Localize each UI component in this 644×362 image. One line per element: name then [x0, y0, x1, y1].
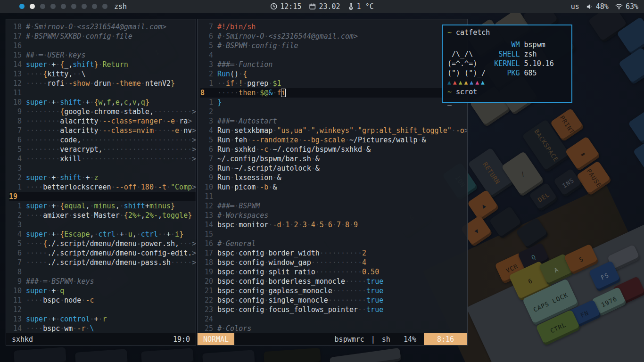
clock-icon: [270, 3, 277, 10]
vim-statusline-right: NORMAL bspwmrc | sh 14% 8:16: [198, 333, 467, 345]
line-number: 5: [9, 239, 22, 248]
line-number: 6: [200, 145, 213, 154]
editor-line: 6Run·sxhkd·-c·~/.config/bspwm/sxhkd·&: [200, 145, 467, 154]
line-number: 2: [200, 107, 213, 116]
line-number: 7: [9, 258, 22, 267]
keyboard-layout[interactable]: us: [571, 2, 579, 11]
statusline-filename: sxhkd: [6, 335, 33, 344]
line-number: 6: [200, 32, 213, 41]
workspace-dot-2[interactable]: [30, 4, 35, 9]
editor-line: 14bspc·monitor·-d·1·2·3·4·5·6·7·8·9: [200, 220, 467, 230]
terminal-line: ~ scrot: [447, 87, 567, 97]
editor-line: 6#·Smirnov-O·<ss2316544@gmail.com>: [200, 32, 467, 41]
editor-line: 8········alacritty·--class=ranger·-e·ra>: [9, 116, 196, 126]
line-number: 18: [9, 22, 22, 32]
speaker-icon: [586, 3, 593, 10]
line-number: 5: [9, 145, 22, 154]
network-module[interactable]: 63%: [615, 2, 638, 11]
workspace-dot-8[interactable]: [92, 4, 97, 9]
editor-line: 18bspc·config·window_gap············4: [200, 258, 467, 267]
top-status-bar: zsh 12:15 23.02 1 °C us 48% 63%: [0, 0, 644, 13]
editor-line: 11····bspc·node·-c: [9, 296, 196, 305]
line-number: 4: [9, 154, 22, 164]
editor-line: 4super·+·{Escape,·ctrl·+·u,·ctrl··+·i}: [9, 230, 196, 239]
vim-buffer-bspwmrc[interactable]: 7#!/bin/sh6#·Smirnov-O·<ss2316544@gmail.…: [198, 19, 467, 333]
line-number: 10: [9, 98, 22, 107]
editor-line: 13super·+·control·+·r: [9, 314, 196, 324]
workspace-dot-7[interactable]: [82, 4, 87, 9]
floating-terminal-zsh[interactable]: ~ catfetch WM bspwm /\_/\ SHELL zsh(=^.^…: [442, 25, 572, 103]
line-number: 10: [200, 182, 213, 192]
workspace-dot-9[interactable]: [102, 4, 107, 9]
line-number: 9: [200, 173, 213, 182]
editor-line: 5····{./.script/dmenu/dmenu-power.sh,···…: [9, 239, 196, 248]
editor-line: 2····amixer·sset·Master·{2%+,2%-,toggle}: [9, 211, 196, 220]
bar-center-modules: 12:15 23.02 1 °C: [270, 2, 373, 11]
editor-line: 3: [9, 220, 196, 230]
workspace-dot-1[interactable]: [19, 4, 25, 9]
editor-line: 7~/.config/bspwm/bar.sh·&: [200, 154, 467, 164]
workspace-dot-5[interactable]: [61, 4, 66, 9]
workspace-dot-3[interactable]: [40, 4, 45, 9]
editor-line: 11: [9, 88, 196, 98]
date-module: 23.02: [309, 2, 340, 11]
line-number: 1: [200, 79, 213, 88]
editor-line: 16#·General: [200, 239, 467, 248]
line-number: 12: [9, 79, 22, 88]
editor-line: 21bspc·config·gapless_monocle········tru…: [200, 286, 467, 296]
line-number: 3: [9, 220, 22, 230]
line-number: 14: [9, 324, 22, 333]
volume-value: 48%: [596, 2, 609, 11]
thermometer-icon: [348, 3, 354, 10]
line-number: 19: [200, 267, 213, 277]
line-number: 2: [9, 173, 22, 182]
editor-line: 15: [200, 230, 467, 239]
editor-line: 9###·═·BSPWM·keys: [9, 277, 196, 286]
editor-line: 4········xkill··························…: [9, 154, 196, 164]
editor-line: 4: [200, 50, 467, 60]
line-number: 6: [9, 135, 22, 145]
editor-line: 16: [9, 41, 196, 50]
editor-line: 10super·+·shift·+·{w,f,e,c,v,q}: [9, 98, 196, 107]
line-number: 2: [9, 211, 22, 220]
editor-line: 17#·BSPWM/SXKBD·config·file: [9, 32, 196, 41]
line-number: 17: [9, 32, 22, 41]
line-number: 9: [9, 277, 22, 286]
line-number: 16: [200, 239, 213, 248]
terminal-window-bspwmrc[interactable]: 7#!/bin/sh6#·Smirnov-O·<ss2316544@gmail.…: [197, 19, 468, 346]
line-number: 10: [9, 286, 22, 296]
workspace-dot-4[interactable]: [50, 4, 56, 9]
line-number: 15: [9, 50, 22, 60]
date-value: 23.02: [319, 2, 340, 11]
editor-line: 6·····./.script/dmenu/dmenu-config-edit.…: [9, 248, 196, 258]
line-number: 7: [200, 22, 213, 32]
line-number: 14: [9, 60, 22, 69]
editor-line: 1····betterlockscreen·--off·180·-t·"Comp…: [9, 182, 196, 192]
wifi-icon: [615, 3, 623, 9]
line-number: 16: [9, 41, 22, 50]
line-number: 3: [9, 164, 22, 173]
editor-line: 5#·BSPWM·config·file: [200, 41, 467, 50]
line-number: 21: [200, 286, 213, 296]
line-number: 12: [9, 305, 22, 314]
vim-statusline-left: sxhkd 19:0: [6, 333, 196, 345]
terminal-line: (") (")_/ PKG 685: [447, 68, 567, 78]
editor-line: 4Run·setxkbmap·"us,ua"·",winkeys"·"grp:a…: [200, 126, 467, 135]
temperature-module: 1 °C: [348, 2, 374, 11]
line-number: 14: [200, 220, 213, 230]
network-value: 63%: [626, 2, 638, 11]
line-number: 18: [200, 258, 213, 267]
line-number: 7: [9, 126, 22, 135]
editor-line: 8·····then·$@&·fi: [200, 88, 467, 98]
line-number: 8: [9, 267, 22, 277]
editor-line: 14····bspc·wm·-r·\: [9, 324, 196, 333]
vim-buffer-sxhkd[interactable]: 18#·Smirnov-O·<ss2316544@gmail.com>17#·B…: [6, 19, 196, 333]
workspace-dot-6[interactable]: [71, 4, 76, 9]
volume-module[interactable]: 48%: [586, 2, 609, 11]
line-number: 4: [9, 230, 22, 239]
terminal-window-sxhkd[interactable]: 18#·Smirnov-O·<ss2316544@gmail.com>17#·B…: [6, 19, 196, 346]
statusline-position: 19:0: [173, 335, 196, 344]
editor-line: 3###═·Function: [200, 60, 467, 69]
line-number: 12: [200, 201, 213, 211]
line-number: 1: [9, 201, 22, 211]
